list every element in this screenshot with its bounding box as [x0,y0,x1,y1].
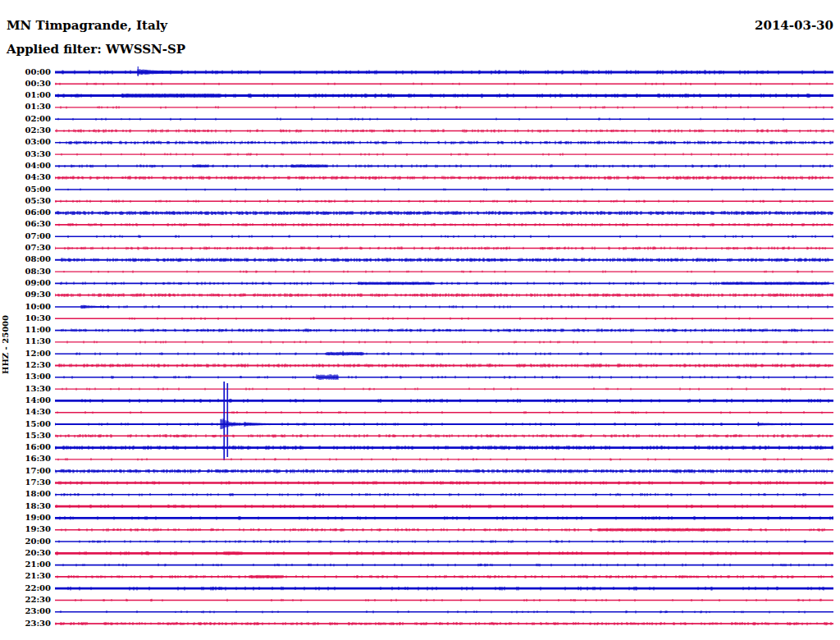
time-label-23:00: 23:00 [0,606,51,616]
time-label-21:30: 21:30 [0,571,51,581]
trace-row-16:30 [55,458,833,460]
trace-row-10:00 [55,305,833,309]
trace-row-04:00 [55,164,833,167]
time-label-13:00: 13:00 [0,372,51,382]
helicorder-plot [55,66,834,640]
time-label-22:30: 22:30 [0,595,51,605]
time-label-05:30: 05:30 [0,196,51,206]
trace-row-18:00 [55,493,833,496]
time-label-06:30: 06:30 [0,219,51,229]
time-label-19:00: 19:00 [0,513,51,523]
trace-row-00:00 [55,66,833,76]
trace-row-01:30 [55,106,833,109]
time-label-01:00: 01:00 [0,90,51,100]
trace-row-23:00 [55,610,833,613]
trace-row-23:30 [55,622,833,625]
time-label-10:30: 10:30 [0,313,51,323]
time-label-11:00: 11:00 [0,325,51,335]
trace-row-06:30 [55,223,833,226]
time-label-07:00: 07:00 [0,231,51,241]
trace-row-22:00 [55,587,833,591]
time-label-06:00: 06:00 [0,208,51,217]
time-label-08:00: 08:00 [0,254,51,264]
trace-row-14:30 [55,411,833,414]
time-label-21:00: 21:00 [0,560,51,569]
time-label-22:00: 22:00 [0,583,51,593]
trace-row-03:30 [55,153,833,155]
time-label-12:30: 12:30 [0,360,51,370]
time-label-09:30: 09:30 [0,290,51,299]
time-label-11:30: 11:30 [0,336,51,346]
trace-row-14:00 [55,399,833,403]
time-label-03:00: 03:00 [0,137,51,147]
time-label-04:30: 04:30 [0,172,51,182]
trace-row-02:00 [55,118,833,121]
trace-row-15:30 [55,434,833,437]
time-label-04:00: 04:00 [0,161,51,171]
time-label-20:00: 20:00 [0,537,51,546]
trace-row-01:00 [55,94,833,98]
trace-row-11:30 [55,341,833,343]
trace-row-22:30 [55,599,833,601]
time-label-09:00: 09:00 [0,278,51,288]
trace-row-07:00 [55,235,833,238]
time-label-14:00: 14:00 [0,395,51,405]
time-label-12:00: 12:00 [0,349,51,359]
time-label-15:30: 15:30 [0,431,51,441]
trace-row-16:00 [55,446,833,450]
time-label-03:30: 03:30 [0,149,51,159]
time-axis-labels: 00:0000:3001:0001:3002:0002:3003:0003:30… [0,0,51,640]
time-label-17:30: 17:30 [0,478,51,487]
time-label-10:00: 10:00 [0,302,51,312]
date-label: 2014-03-30 [755,18,833,33]
time-label-01:30: 01:30 [0,102,51,112]
time-label-19:30: 19:30 [0,524,51,534]
trace-row-13:30 [55,387,833,390]
time-label-02:30: 02:30 [0,126,51,135]
trace-row-08:00 [55,258,833,262]
trace-row-04:30 [55,176,833,180]
time-label-16:30: 16:30 [0,454,51,464]
trace-row-19:00 [55,516,833,520]
trace-row-05:30 [55,199,833,203]
trace-row-07:30 [55,247,833,250]
trace-row-20:30 [55,551,833,555]
time-label-20:30: 20:30 [0,548,51,558]
time-label-23:30: 23:30 [0,619,51,629]
time-label-00:00: 00:00 [0,67,51,77]
time-label-05:00: 05:00 [0,185,51,194]
trace-row-05:00 [55,188,833,190]
time-label-00:30: 00:30 [0,79,51,89]
trace-row-08:30 [55,271,833,273]
time-label-08:30: 08:30 [0,267,51,277]
trace-row-17:00 [55,469,833,473]
trace-row-06:00 [55,211,833,215]
trace-row-00:30 [55,83,833,85]
trace-row-20:00 [55,540,833,543]
trace-row-13:00 [55,374,833,380]
trace-row-18:30 [55,505,833,509]
trace-row-09:30 [55,294,833,297]
trace-row-12:00 [55,351,833,356]
time-label-18:00: 18:00 [0,489,51,499]
trace-row-11:00 [55,329,833,332]
trace-row-03:00 [55,141,833,144]
trace-row-02:30 [55,129,833,132]
trace-row-12:30 [55,363,833,368]
trace-row-19:30 [55,528,833,532]
trace-row-10:30 [55,318,833,320]
trace-row-21:00 [55,564,833,567]
time-label-18:30: 18:30 [0,501,51,511]
trace-row-21:30 [55,575,833,578]
time-label-02:00: 02:00 [0,114,51,124]
time-label-07:30: 07:30 [0,243,51,253]
trace-row-17:30 [55,481,833,484]
trace-row-09:00 [55,281,833,285]
time-label-16:00: 16:00 [0,442,51,452]
time-label-17:00: 17:00 [0,466,51,476]
time-label-15:00: 15:00 [0,419,51,429]
time-label-14:30: 14:30 [0,407,51,417]
time-label-13:30: 13:30 [0,384,51,394]
